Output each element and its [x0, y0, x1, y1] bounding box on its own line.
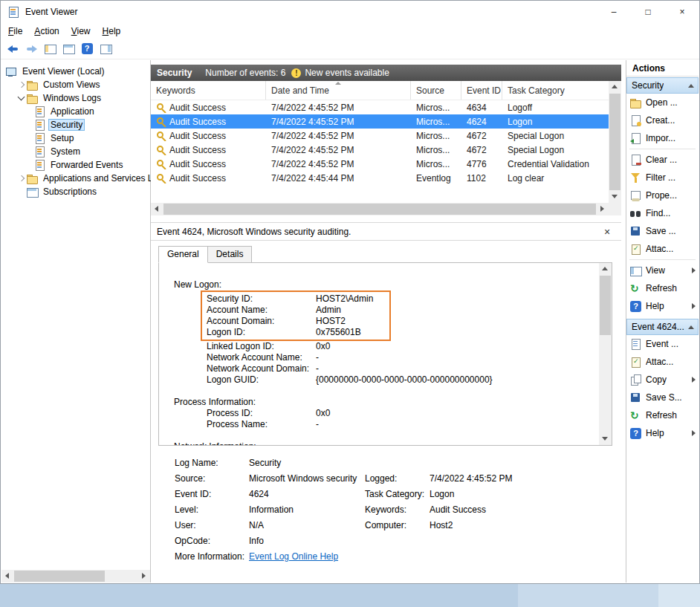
action-clear-log[interactable]: Clear ...	[626, 151, 699, 169]
action-open-saved-log[interactable]: Open ...	[626, 94, 699, 111]
actions-section-security[interactable]: Security	[626, 77, 699, 94]
action-attach-task-to-event[interactable]: Attac...	[626, 353, 699, 371]
cell-date-time: 7/4/2022 4:45:52 PM	[266, 103, 411, 113]
menu-help[interactable]: Help	[97, 25, 127, 38]
collapse-chevron-icon[interactable]	[16, 93, 27, 103]
refresh-icon	[630, 283, 641, 294]
action-copy[interactable]: Copy	[626, 371, 699, 389]
action-create-custom-view[interactable]: Creat...	[626, 111, 699, 129]
minimize-button[interactable]: –	[597, 1, 631, 23]
help-toolbar-button[interactable]	[78, 40, 96, 58]
action-view[interactable]: View	[626, 262, 699, 279]
action-attach-task[interactable]: Attac...	[626, 240, 699, 258]
column-header-keywords[interactable]: Keywords	[151, 81, 266, 100]
action-help[interactable]: Help	[626, 297, 699, 315]
action-filter-current-log[interactable]: Filter ...	[626, 169, 699, 186]
event-row[interactable]: Audit Success 7/4/2022 4:45:52 PM Micros…	[151, 143, 609, 157]
tree-item-windows-logs[interactable]: Windows Logs	[1, 91, 150, 105]
expand-chevron-icon[interactable]	[16, 79, 27, 90]
action-properties[interactable]: Prope...	[626, 186, 699, 204]
event-list-horizontal-scrollbar[interactable]	[151, 203, 609, 215]
actions-section-event-4624[interactable]: Event 4624...	[626, 319, 699, 335]
close-button[interactable]: ×	[665, 1, 699, 23]
action-refresh[interactable]: Refresh	[626, 279, 699, 297]
tree-item-subscriptions[interactable]: Subscriptions	[1, 185, 150, 198]
tree-item-event-viewer-local[interactable]: Event Viewer (Local)	[1, 65, 150, 78]
tree-item-system[interactable]: System	[1, 145, 150, 158]
column-header-task-category[interactable]: Task Category	[502, 81, 609, 100]
action-save-selected-events[interactable]: Save S...	[626, 389, 699, 406]
maximize-button[interactable]: □	[631, 1, 665, 23]
field-row: More Information:Event Log Online Help	[175, 551, 612, 567]
scroll-left-button[interactable]	[151, 203, 163, 215]
back-arrow-icon	[7, 43, 19, 54]
back-button[interactable]	[4, 40, 22, 58]
show-console-tree-button[interactable]	[41, 40, 59, 58]
tree-item-applications-and-services[interactable]: Applications and Services Lo	[1, 172, 150, 185]
action-import-custom-view[interactable]: Impor...	[626, 129, 699, 147]
action-refresh-event[interactable]: Refresh	[626, 406, 699, 424]
column-header-source[interactable]: Source	[411, 81, 461, 100]
view-icon	[630, 265, 641, 276]
tree-item-custom-views[interactable]: Custom Views	[1, 78, 150, 91]
up-arrow-icon	[602, 267, 608, 270]
menu-action[interactable]: Action	[28, 25, 65, 38]
event-row[interactable]: Audit Success 7/4/2022 4:45:52 PM Micros…	[151, 100, 609, 114]
tree-item-application[interactable]: Application	[1, 105, 150, 118]
console-tree-pane: Event Viewer (Local) Custom Views Window…	[1, 60, 151, 582]
event-description: New Logon: Security ID:HOST2\Admin Accou…	[158, 262, 612, 446]
tree-item-setup[interactable]: Setup	[1, 132, 150, 145]
taskbar-segment[interactable]	[0, 584, 518, 607]
action-pane-icon	[100, 43, 111, 54]
event-log-online-help-link[interactable]: Event Log Online Help	[249, 551, 365, 567]
menu-view[interactable]: View	[65, 25, 97, 38]
column-header-date-time[interactable]: Date and Time	[266, 81, 411, 100]
tree-item-security[interactable]: Security	[1, 118, 150, 132]
computer-icon	[6, 66, 17, 77]
forward-button[interactable]	[22, 40, 40, 58]
key-icon	[156, 103, 166, 113]
column-header-event-id[interactable]: Event ID	[461, 81, 502, 100]
actions-title: Actions	[626, 60, 699, 77]
expand-chevron-icon[interactable]	[16, 173, 27, 184]
action-find[interactable]: Find...	[626, 204, 699, 222]
scroll-down-button[interactable]	[609, 190, 621, 203]
scroll-right-button[interactable]	[137, 570, 150, 582]
scroll-right-button[interactable]	[596, 203, 609, 215]
show-action-pane-button[interactable]	[97, 40, 114, 58]
window-title: Event Viewer	[25, 7, 77, 17]
scroll-up-button[interactable]	[599, 263, 612, 276]
event-row-selected[interactable]: Audit Success 7/4/2022 4:45:52 PM Micros…	[151, 114, 609, 129]
action-help-event[interactable]: Help	[626, 424, 699, 442]
folder-icon	[27, 93, 38, 104]
scroll-left-button[interactable]	[1, 570, 14, 582]
export-list-button[interactable]	[59, 40, 77, 58]
tab-general[interactable]: General	[158, 246, 208, 263]
taskbar-segment[interactable]	[518, 584, 658, 607]
action-save-all-events-as[interactable]: Save ...	[626, 222, 699, 240]
scroll-up-button[interactable]	[609, 81, 621, 94]
event-row[interactable]: Audit Success 7/4/2022 4:45:52 PM Micros…	[151, 157, 609, 171]
scrollbar-thumb[interactable]	[600, 276, 611, 335]
scrollbar-thumb[interactable]	[163, 204, 596, 215]
close-preview-icon[interactable]: ×	[600, 225, 614, 238]
event-list-vertical-scrollbar[interactable]	[609, 81, 621, 203]
cell-source: Micros...	[411, 145, 461, 155]
description-scrollbar[interactable]	[599, 263, 612, 445]
scrollbar-thumb[interactable]	[609, 94, 620, 190]
menu-file[interactable]: File	[2, 25, 28, 38]
cell-keywords: Audit Success	[151, 131, 266, 141]
tab-details[interactable]: Details	[208, 246, 253, 263]
import-view-icon	[630, 133, 641, 144]
scrollbar-thumb[interactable]	[14, 571, 105, 582]
tree-item-forwarded-events[interactable]: Forwarded Events	[1, 158, 150, 172]
detail-line: Logon GUID:{00000000-0000-0000-0000-0000…	[207, 374, 612, 386]
action-event-properties[interactable]: Event ...	[626, 335, 699, 353]
scroll-down-button[interactable]	[599, 432, 612, 445]
taskbar-segment[interactable]	[658, 584, 700, 607]
detail-line: Logon ID:0x755601B	[207, 327, 389, 338]
event-row[interactable]: Audit Success 7/4/2022 4:45:52 PM Micros…	[151, 129, 609, 143]
taskbar[interactable]	[0, 584, 700, 607]
tree-horizontal-scrollbar[interactable]	[1, 570, 150, 582]
event-row[interactable]: Audit Success 7/4/2022 4:45:44 PM Eventl…	[151, 171, 609, 185]
